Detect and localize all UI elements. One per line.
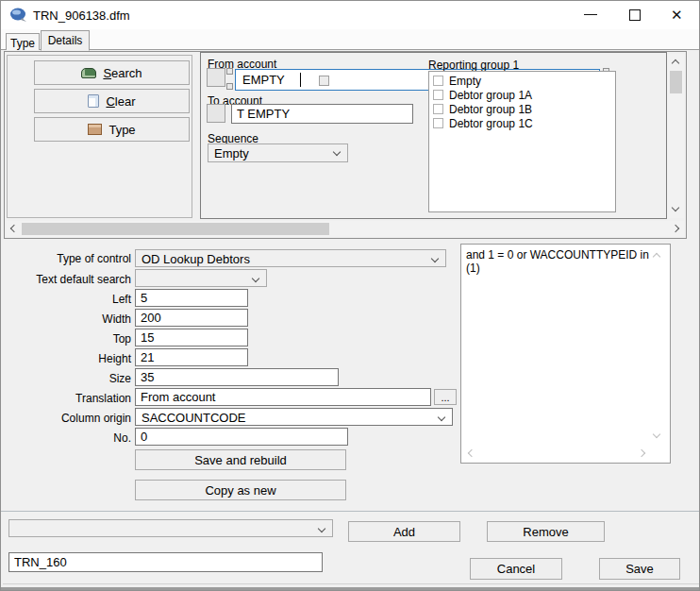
- scroll-right-icon[interactable]: [672, 225, 679, 232]
- checkbox-icon[interactable]: [433, 90, 443, 100]
- clear-button-label: Clear: [106, 94, 135, 109]
- sequence-value: Empty: [214, 146, 249, 160]
- list-item-label: Debtor group 1C: [449, 117, 533, 130]
- size-field[interactable]: [135, 368, 339, 386]
- type-of-control-value: OD Lookup Debtors: [142, 252, 250, 266]
- checkbox-icon[interactable]: [433, 104, 443, 114]
- from-account-value: EMPTY: [242, 73, 285, 87]
- size-label: Size: [8, 372, 131, 385]
- list-item[interactable]: Empty: [433, 74, 615, 88]
- search-button[interactable]: Search: [34, 60, 190, 85]
- type-button[interactable]: Type: [34, 117, 190, 142]
- scroll-right-icon[interactable]: [638, 449, 645, 457]
- scroll-left-icon[interactable]: [10, 225, 18, 232]
- reporting-group-label: Reporting group 1: [428, 59, 519, 72]
- type-button-label: Type: [108, 123, 135, 137]
- list-item-label: Empty: [449, 75, 481, 88]
- window-bottom-edge: [1, 587, 700, 591]
- scroll-down-icon[interactable]: [672, 204, 679, 211]
- maximize-icon: [629, 9, 641, 21]
- name-field[interactable]: [8, 552, 323, 572]
- record-selector-combo[interactable]: [8, 519, 333, 537]
- left-label: Left: [8, 293, 131, 306]
- translation-label: Translation: [8, 392, 131, 405]
- top-field[interactable]: [135, 329, 248, 346]
- add-button[interactable]: Add: [348, 521, 460, 542]
- scroll-up-icon[interactable]: [672, 59, 679, 67]
- list-item[interactable]: Debtor group 1A: [433, 88, 615, 102]
- height-field[interactable]: [135, 348, 248, 366]
- app-window: TRN_906138.dfm ✕ Type Details Search Cle…: [0, 0, 700, 591]
- bottom-divider: [3, 583, 699, 584]
- checkbox-icon[interactable]: [433, 76, 443, 86]
- type-of-control-label: Type of control: [8, 252, 131, 265]
- left-field[interactable]: [135, 289, 248, 307]
- account-fields-panel: From account EMPTY To account Sequence E…: [200, 52, 667, 219]
- chevron-down-icon: [318, 525, 325, 532]
- save-and-rebuild-button[interactable]: Save and rebuild: [135, 449, 346, 470]
- app-icon: [10, 8, 27, 23]
- tab-strip: Type Details: [1, 29, 699, 50]
- translation-field[interactable]: [135, 388, 431, 406]
- list-item[interactable]: Debtor group 1C: [433, 116, 615, 130]
- vertical-scrollbar[interactable]: [668, 54, 684, 218]
- column-origin-label: Column origin: [8, 412, 131, 425]
- clear-button[interactable]: Clear: [34, 89, 190, 113]
- save-button[interactable]: Save: [599, 558, 680, 580]
- package-icon: [88, 124, 102, 135]
- filter-memo[interactable]: and 1 = 0 or WACCOUNTTYPEID in (1): [460, 244, 671, 464]
- tab-details-label: Details: [48, 34, 83, 47]
- no-label: No.: [8, 431, 131, 445]
- scroll-up-icon[interactable]: [653, 253, 660, 261]
- cancel-button[interactable]: Cancel: [470, 558, 562, 580]
- sequence-combo[interactable]: Empty: [208, 144, 348, 162]
- text-default-search-label: Text default search: [8, 273, 131, 286]
- minimize-button[interactable]: [570, 1, 611, 29]
- to-account-field[interactable]: [231, 104, 413, 124]
- horizontal-scrollbar[interactable]: [7, 221, 684, 237]
- scroll-left-icon[interactable]: [468, 449, 475, 457]
- selection-handle[interactable]: [226, 68, 233, 75]
- title-bar[interactable]: TRN_906138.dfm ✕: [1, 1, 699, 29]
- chevron-down-icon: [431, 255, 439, 262]
- remove-button[interactable]: Remove: [487, 521, 605, 542]
- column-origin-combo[interactable]: SACCOUNTCODE: [135, 408, 453, 426]
- copy-as-new-button[interactable]: Copy as new: [135, 480, 346, 500]
- text-default-search-combo[interactable]: [135, 269, 267, 287]
- embedded-checkbox[interactable]: [319, 76, 329, 86]
- type-of-control-combo[interactable]: OD Lookup Debtors: [135, 249, 446, 267]
- search-button-label: Search: [103, 66, 142, 80]
- minimize-icon: [584, 14, 597, 15]
- filter-text: and 1 = 0 or WACCOUNTTYPEID in (1): [466, 248, 653, 275]
- chevron-down-icon: [252, 275, 259, 282]
- list-item-label: Debtor group 1A: [449, 89, 532, 102]
- scroll-down-icon[interactable]: [653, 431, 660, 438]
- translation-browse-button[interactable]: ...: [434, 389, 457, 405]
- tab-details[interactable]: Details: [41, 30, 90, 51]
- vertical-scrollbar-thumb[interactable]: [670, 71, 682, 93]
- text-caret: [300, 73, 301, 87]
- height-label: Height: [8, 352, 131, 365]
- from-account-picker-button[interactable]: [207, 68, 225, 87]
- list-item-label: Debtor group 1B: [449, 103, 532, 116]
- tab-type[interactable]: Type: [6, 33, 40, 50]
- width-label: Width: [8, 312, 131, 326]
- document-icon: [88, 94, 99, 108]
- no-field[interactable]: [135, 428, 348, 446]
- reporting-group-list[interactable]: Empty Debtor group 1A Debtor group 1B De…: [428, 71, 616, 212]
- close-button[interactable]: ✕: [658, 1, 699, 29]
- width-field[interactable]: [135, 309, 248, 327]
- list-item[interactable]: Debtor group 1B: [433, 102, 615, 116]
- maximize-button[interactable]: [614, 1, 656, 29]
- to-account-picker-button[interactable]: [207, 104, 225, 123]
- selection-handle[interactable]: [226, 83, 233, 90]
- tab-type-label: Type: [10, 37, 35, 50]
- checkbox-icon[interactable]: [433, 118, 443, 128]
- close-icon: ✕: [671, 7, 683, 24]
- section-divider: [1, 511, 700, 512]
- search-icon: [81, 68, 96, 78]
- column-origin-value: SACCOUNTCODE: [142, 411, 246, 425]
- chevron-down-icon: [438, 414, 445, 421]
- chevron-down-icon: [333, 148, 341, 156]
- horizontal-scrollbar-thumb[interactable]: [22, 223, 329, 235]
